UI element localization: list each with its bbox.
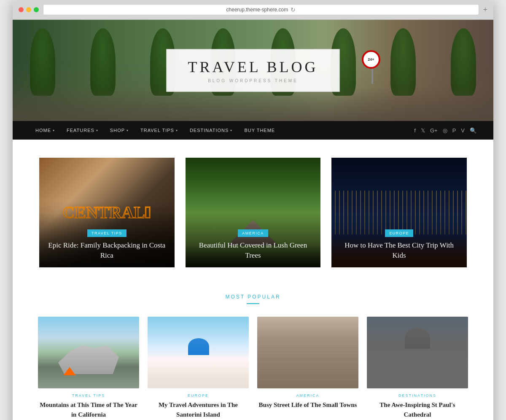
popular-card-2[interactable]: EUROPE My Travel Adventures in The Santo… — [148, 317, 249, 419]
popular-card-3-bg — [257, 317, 358, 388]
featured-card-2-title: Beautiful Hut Covered in Lush Green Tree… — [192, 240, 314, 261]
featured-grid: TRAVEL TIPS Epic Ride: Family Backpackin… — [38, 156, 468, 269]
popular-card-3-title: Busy Street Life of The Small Towns — [257, 400, 358, 410]
nav-link-features[interactable]: FEATURES ▾ — [61, 121, 104, 140]
search-icon[interactable]: 🔍 — [470, 127, 476, 134]
instagram-icon[interactable]: ◎ — [443, 127, 447, 134]
google-plus-icon[interactable]: G+ — [430, 127, 438, 134]
popular-card-4[interactable]: DESTINATIONS The Awe-Inspiring St Paul's… — [367, 317, 468, 419]
main-content: TRAVEL TIPS Epic Ride: Family Backpackin… — [13, 140, 493, 420]
featured-card-1-image: TRAVEL TIPS Epic Ride: Family Backpackin… — [39, 158, 175, 267]
url-bar[interactable]: cheerup.theme-sphere.com ↻ — [43, 4, 479, 15]
nav-social-icons: f 𝕏 G+ ◎ P V 🔍 — [414, 127, 476, 134]
tree-1 — [30, 28, 55, 96]
popular-section-title: MOST POPULAR — [38, 294, 468, 300]
hero-background: 24+ TRAVEL BLOG BLOG WORDPRESS THEME — [13, 20, 493, 121]
nav-link-home[interactable]: HOME ▾ — [30, 121, 61, 140]
section-underline — [247, 303, 259, 304]
chevron-down-icon: ▾ — [96, 129, 98, 132]
sign-text: 24+ — [368, 57, 374, 62]
nav-item-shop[interactable]: SHOP ▾ — [104, 121, 135, 140]
nav-shop-label: SHOP — [110, 128, 125, 133]
nav-travel-tips-label: TRAVEL TIPS — [140, 128, 174, 133]
tree-7 — [390, 28, 416, 96]
featured-card-3-image: EUROPE How to Have The Best City Trip Wi… — [331, 158, 467, 267]
popular-card-1-title: Mountains at This Time of The Year in Ca… — [38, 400, 139, 419]
minimize-dot[interactable] — [26, 7, 31, 12]
site-subtitle: BLOG WORDPRESS THEME — [188, 78, 318, 83]
chevron-down-icon: ▾ — [176, 129, 178, 132]
featured-card-3-overlay: EUROPE How to Have The Best City Trip Wi… — [331, 158, 467, 267]
sign-circle: 24+ — [362, 50, 380, 69]
chevron-down-icon: ▾ — [230, 129, 232, 132]
site-content: 24+ TRAVEL BLOG BLOG WORDPRESS THEME HOM… — [13, 20, 493, 420]
nav-menu: HOME ▾ FEATURES ▾ SHOP ▾ — [30, 121, 281, 140]
hero-street — [13, 87, 493, 121]
road-sign: 24+ — [362, 50, 383, 84]
popular-card-1-image — [38, 317, 139, 388]
nav-features-label: FEATURES — [67, 128, 94, 133]
featured-card-1-category[interactable]: TRAVEL TIPS — [87, 229, 126, 237]
nav-buy-theme-label: BUY THEME — [244, 128, 275, 133]
vimeo-icon[interactable]: V — [461, 127, 465, 134]
close-dot[interactable] — [19, 7, 24, 12]
popular-card-2-title: My Travel Adventures in The Santorini Is… — [148, 400, 249, 419]
nav-item-home[interactable]: HOME ▾ — [30, 121, 61, 140]
url-text: cheerup.theme-sphere.com — [226, 7, 288, 13]
popular-card-1[interactable]: TRAVEL TIPS Mountains at This Time of Th… — [38, 317, 139, 419]
featured-card-2-category[interactable]: AMERICA — [238, 229, 268, 237]
nav-item-destinations[interactable]: DESTINATIONS ▾ — [184, 121, 238, 140]
featured-card-2-image: AMERICA Beautiful Hut Covered in Lush Gr… — [186, 158, 321, 267]
nav-item-features[interactable]: FEATURES ▾ — [61, 121, 104, 140]
nav-home-label: HOME — [35, 128, 51, 133]
popular-card-3-category[interactable]: AMERICA — [257, 393, 358, 398]
popular-card-1-category[interactable]: TRAVEL TIPS — [38, 393, 139, 398]
nav-destinations-label: DESTINATIONS — [190, 128, 229, 133]
browser-window: cheerup.theme-sphere.com ↻ + — [13, 0, 493, 420]
popular-card-4-image — [367, 317, 468, 388]
popular-card-2-bg — [148, 317, 249, 388]
nav-link-destinations[interactable]: DESTINATIONS ▾ — [184, 121, 238, 140]
new-tab-button[interactable]: + — [483, 5, 487, 14]
browser-chrome: cheerup.theme-sphere.com ↻ + — [13, 0, 493, 20]
popular-card-1-bg — [38, 317, 139, 388]
popular-card-3-image — [257, 317, 358, 388]
featured-card-1[interactable]: TRAVEL TIPS Epic Ride: Family Backpackin… — [38, 156, 176, 269]
nav-link-buy-theme[interactable]: BUY THEME — [238, 121, 281, 140]
maximize-dot[interactable] — [34, 7, 39, 12]
popular-card-4-title: The Awe-Inspiring St Paul's Cathedral — [367, 400, 468, 419]
nav-item-travel-tips[interactable]: TRAVEL TIPS ▾ — [135, 121, 184, 140]
popular-section-header: MOST POPULAR — [38, 294, 468, 304]
nav-item-buy-theme[interactable]: BUY THEME — [238, 121, 281, 140]
pinterest-icon[interactable]: P — [452, 127, 456, 134]
hero-logo-box[interactable]: TRAVEL BLOG BLOG WORDPRESS THEME — [167, 49, 340, 92]
popular-card-3[interactable]: AMERICA Busy Street Life of The Small To… — [257, 317, 358, 419]
featured-card-1-title: Epic Ride: Family Backpacking in Costa R… — [46, 240, 168, 261]
popular-grid: TRAVEL TIPS Mountains at This Time of Th… — [38, 317, 468, 419]
featured-card-1-overlay: TRAVEL TIPS Epic Ride: Family Backpackin… — [39, 158, 175, 267]
nav-link-travel-tips[interactable]: TRAVEL TIPS ▾ — [135, 121, 184, 140]
featured-card-3[interactable]: EUROPE How to Have The Best City Trip Wi… — [330, 156, 468, 269]
chevron-down-icon: ▾ — [126, 129, 129, 132]
featured-card-2[interactable]: AMERICA Beautiful Hut Covered in Lush Gr… — [184, 156, 322, 269]
tree-8 — [451, 28, 476, 96]
site-title: TRAVEL BLOG — [188, 58, 318, 76]
nav-link-shop[interactable]: SHOP ▾ — [104, 121, 135, 140]
twitter-icon[interactable]: 𝕏 — [421, 127, 425, 134]
featured-card-3-title: How to Have The Best City Trip With Kids — [338, 240, 460, 261]
popular-card-2-category[interactable]: EUROPE — [148, 393, 249, 398]
hero-header: 24+ TRAVEL BLOG BLOG WORDPRESS THEME — [13, 20, 493, 121]
tree-2 — [90, 28, 116, 96]
featured-card-3-category[interactable]: EUROPE — [385, 229, 413, 237]
popular-card-4-bg — [367, 317, 468, 388]
refresh-icon[interactable]: ↻ — [291, 6, 296, 13]
browser-dots — [19, 7, 39, 12]
navigation-bar: HOME ▾ FEATURES ▾ SHOP ▾ — [13, 121, 493, 140]
chevron-down-icon: ▾ — [53, 129, 55, 132]
popular-card-4-category[interactable]: DESTINATIONS — [367, 393, 468, 398]
sign-post — [371, 69, 373, 84]
popular-card-2-image — [148, 317, 249, 388]
featured-card-2-overlay: AMERICA Beautiful Hut Covered in Lush Gr… — [186, 158, 321, 267]
facebook-icon[interactable]: f — [414, 127, 416, 134]
